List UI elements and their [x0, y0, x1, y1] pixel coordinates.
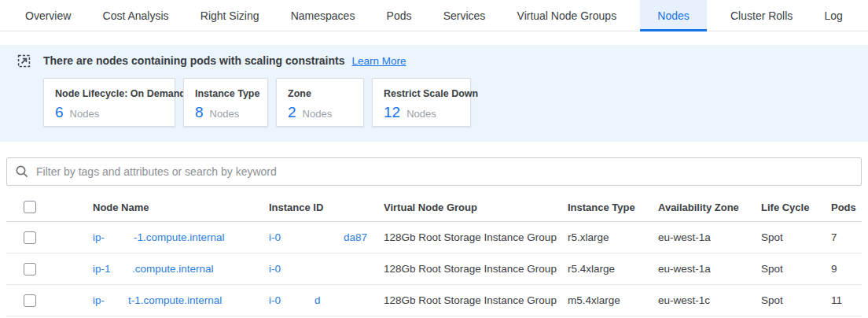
- column-header-node-name: Node Name: [93, 193, 269, 221]
- tab-namespaces[interactable]: Namespaces: [283, 0, 363, 31]
- column-header-instance-type: Instance Type: [568, 193, 658, 221]
- instance-id-link[interactable]: da87: [344, 222, 367, 253]
- table-row: ip- t-1.compute.internal i-0 d 128Gb Roo…: [6, 285, 862, 316]
- scaling-constraint-icon: [17, 54, 31, 68]
- banner-message: There are nodes containing pods with sca…: [43, 54, 345, 67]
- tab-cluster-rolls[interactable]: Cluster Rolls: [723, 0, 800, 31]
- column-header-instance-id: Instance ID: [269, 193, 384, 221]
- card-count: 12: [384, 104, 400, 121]
- instance-type-cell: r5.4xlarge: [568, 253, 658, 284]
- card-instance-type[interactable]: Instance Type 8 Nodes: [183, 78, 268, 127]
- column-header-availability-zone: Availability Zone: [658, 193, 761, 221]
- node-name-link[interactable]: ip-: [93, 294, 105, 306]
- select-all-checkbox[interactable]: [24, 201, 36, 213]
- tab-overview[interactable]: Overview: [17, 0, 79, 31]
- card-title: Restrict Scale Down: [384, 88, 459, 99]
- card-count: 2: [288, 104, 296, 121]
- card-title: Instance Type: [195, 88, 256, 99]
- pods-count-cell: 7: [831, 222, 868, 253]
- tab-services[interactable]: Services: [436, 0, 494, 31]
- pods-count-cell: 11: [831, 285, 868, 316]
- card-title: Node Lifecycle: On Demand: [55, 88, 164, 99]
- table-header-row: Node Name Instance ID Virtual Node Group…: [6, 193, 862, 222]
- row-checkbox[interactable]: [24, 294, 36, 307]
- column-header-life-cycle: Life Cycle: [761, 193, 831, 221]
- instance-id-link[interactable]: i-0: [269, 263, 281, 275]
- instance-id-link[interactable]: i-0: [269, 294, 281, 306]
- instance-type-cell: r5.xlarge: [568, 222, 658, 253]
- card-unit: Nodes: [210, 108, 240, 120]
- tab-virtual-node-groups[interactable]: Virtual Node Groups: [509, 0, 625, 31]
- scaling-constraints-banner: There are nodes containing pods with sca…: [0, 45, 868, 142]
- tab-nodes[interactable]: Nodes: [640, 0, 706, 31]
- column-header-pods: Pods: [831, 193, 868, 221]
- tab-log[interactable]: Log: [817, 0, 851, 31]
- node-name-link[interactable]: -1.compute.internal: [134, 222, 225, 253]
- availability-zone-cell: eu-west-1a: [658, 222, 761, 253]
- card-node-lifecycle-on-demand[interactable]: Node Lifecycle: On Demand 6 Nodes: [43, 78, 175, 127]
- card-restrict-scale-down[interactable]: Restrict Scale Down 12 Nodes: [372, 78, 471, 127]
- availability-zone-cell: eu-west-1a: [658, 253, 761, 284]
- instance-type-cell: m5.4xlarge: [568, 285, 658, 316]
- life-cycle-cell: Spot: [761, 222, 831, 253]
- search-input[interactable]: [36, 165, 853, 178]
- card-zone[interactable]: Zone 2 Nodes: [276, 78, 364, 127]
- card-count: 6: [55, 104, 64, 121]
- tab-bar: Overview Cost Analysis Right Sizing Name…: [0, 0, 868, 31]
- table-row: ip- -1.compute.internal i-0 da87 128Gb R…: [6, 222, 862, 253]
- card-count: 8: [195, 104, 204, 121]
- virtual-node-group-cell: 128Gb Root Storage Instance Group: [384, 285, 568, 316]
- node-name-link[interactable]: ip-: [93, 231, 105, 243]
- instance-id-link[interactable]: i-0: [269, 231, 281, 243]
- card-title: Zone: [288, 88, 352, 99]
- tab-cost-analysis[interactable]: Cost Analysis: [95, 0, 177, 31]
- constraint-cards: Node Lifecycle: On Demand 6 Nodes Instan…: [43, 78, 868, 127]
- availability-zone-cell: eu-west-1c: [658, 285, 761, 316]
- filter-search-box[interactable]: [6, 157, 862, 186]
- search-icon: [15, 165, 29, 179]
- column-header-virtual-node-group: Virtual Node Group: [384, 193, 568, 221]
- virtual-node-group-cell: 128Gb Root Storage Instance Group: [384, 253, 568, 284]
- row-checkbox[interactable]: [24, 263, 36, 275]
- life-cycle-cell: Spot: [761, 253, 831, 284]
- table-row: ip-1 .compute.internal i-0 128Gb Root St…: [6, 253, 862, 285]
- life-cycle-cell: Spot: [761, 285, 831, 316]
- tab-pods[interactable]: Pods: [379, 0, 420, 31]
- nodes-table: Node Name Instance ID Virtual Node Group…: [6, 193, 862, 316]
- learn-more-link[interactable]: Learn More: [352, 55, 406, 67]
- card-unit: Nodes: [303, 108, 333, 120]
- instance-id-link[interactable]: d: [314, 285, 321, 316]
- pods-count-cell: 9: [831, 253, 868, 284]
- node-name-link[interactable]: ip-1: [93, 263, 111, 275]
- card-unit: Nodes: [406, 108, 436, 120]
- node-name-link[interactable]: t-1.compute.internal: [128, 285, 222, 316]
- row-checkbox[interactable]: [24, 231, 36, 244]
- node-name-link[interactable]: .compute.internal: [132, 253, 214, 284]
- virtual-node-group-cell: 128Gb Root Storage Instance Group: [384, 222, 568, 253]
- card-unit: Nodes: [70, 108, 100, 120]
- tab-right-sizing[interactable]: Right Sizing: [193, 0, 267, 31]
